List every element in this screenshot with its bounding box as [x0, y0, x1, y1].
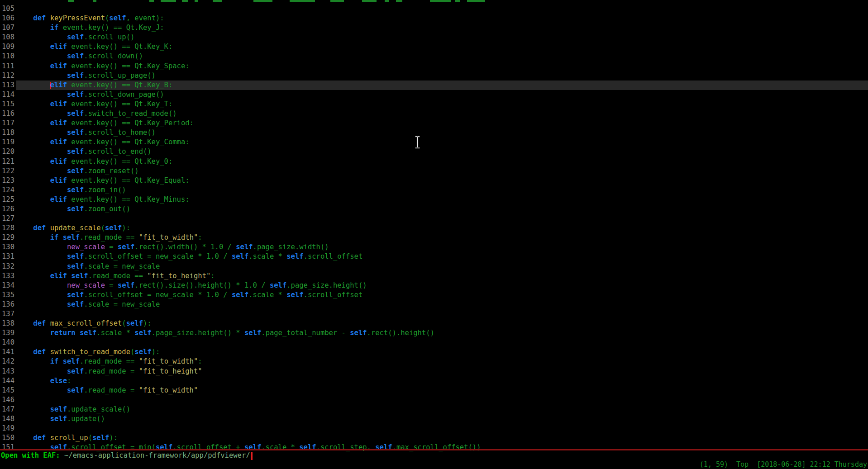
clipped-fragment: [93, 0, 96, 2]
line-number: 146: [0, 395, 16, 405]
code-token: [16, 43, 50, 51]
code-line[interactable]: 109 elif event.key() == Qt.Key_K:: [0, 42, 868, 52]
code-text: elif event.key() == Qt.Key_B:: [16, 81, 868, 90]
code-token: [16, 357, 50, 365]
code-line[interactable]: 121 elif event.key() == Qt.Key_0:: [0, 157, 868, 166]
code-text: def switch_to_read_mode(self):: [16, 347, 868, 357]
code-line[interactable]: 105: [0, 4, 868, 14]
code-line[interactable]: 122 self.zoom_reset(): [0, 166, 868, 176]
code-line[interactable]: 141 def switch_to_read_mode(self):: [0, 347, 868, 357]
code-line[interactable]: 127: [0, 214, 868, 223]
code-line[interactable]: 144 else:: [0, 376, 868, 386]
minibuffer-input[interactable]: ~/emacs-application-framework/app/pdfvie…: [64, 451, 250, 460]
code-text: self.read_mode = "fit_to_height": [16, 367, 868, 376]
code-line[interactable]: 130 new_scale = self.rect().width() * 1.…: [0, 242, 868, 252]
code-line[interactable]: 106 def keyPressEvent(self, event):: [0, 14, 868, 23]
code-line[interactable]: 138 def max_scroll_offset(self):: [0, 319, 868, 328]
code-token: self: [109, 14, 126, 22]
code-token: self: [67, 109, 84, 118]
code-line[interactable]: 140: [0, 338, 868, 347]
code-text: self.zoom_out(): [16, 204, 868, 214]
code-line[interactable]: 120 self.scroll_to_end(): [0, 147, 868, 156]
code-line[interactable]: 131 self.scroll_offset = new_scale * 1.0…: [0, 252, 868, 261]
code-token: event.key() == Qt.Key_Space:: [67, 62, 190, 70]
code-token: self: [118, 281, 134, 289]
clipped-fragment: [253, 0, 272, 2]
code-line[interactable]: 124 self.zoom_in(): [0, 185, 868, 195]
code-text: elif event.key() == Qt.Key_K:: [16, 42, 868, 52]
code-token: "fit_to_height": [139, 367, 202, 375]
code-token: self: [105, 224, 122, 232]
code-line[interactable]: 112 self.scroll_up_page(): [0, 71, 868, 81]
code-line[interactable]: 150 def scroll_up(self):: [0, 433, 868, 443]
code-token: scroll_up: [50, 434, 88, 442]
code-token: def: [33, 14, 46, 22]
code-token: self: [80, 329, 96, 337]
code-line[interactable]: 116 self.switch_to_read_mode(): [0, 109, 868, 118]
code-token: self: [67, 128, 84, 137]
code-line[interactable]: 149: [0, 424, 868, 433]
code-token: [16, 167, 67, 175]
code-line[interactable]: 136 self.scale = new_scale: [0, 300, 868, 309]
code-token: self: [67, 386, 84, 394]
code-line[interactable]: 142 if self.read_mode == "fit_to_width":: [0, 357, 868, 366]
line-number: 136: [0, 300, 16, 309]
code-line[interactable]: 128 def update_scale(self):: [0, 223, 868, 233]
code-line[interactable]: 111 elif event.key() == Qt.Key_Space:: [0, 62, 868, 71]
code-text: [16, 424, 868, 433]
code-token: (: [88, 434, 92, 442]
code-line[interactable]: 129 if self.read_mode == "fit_to_width":: [0, 233, 868, 242]
text-cursor: [251, 452, 253, 460]
code-line[interactable]: 125 elif event.key() == Qt.Key_Minus:: [0, 195, 868, 204]
code-line[interactable]: 117 elif event.key() == Qt.Key_Period:: [0, 118, 868, 128]
line-number: 137: [0, 309, 16, 319]
code-line[interactable]: 147 self.update_scale(): [0, 405, 868, 414]
code-line[interactable]: 137: [0, 309, 868, 319]
code-token: if: [50, 233, 59, 242]
code-line[interactable]: 134 new_scale = self.rect().size().heigh…: [0, 281, 868, 290]
code-editor[interactable]: 105106 def keyPressEvent(self, event):10…: [0, 4, 868, 452]
code-line[interactable]: 148 self.update(): [0, 414, 868, 424]
code-token: elif: [50, 81, 67, 89]
code-token: .update(): [67, 415, 105, 423]
code-text: new_scale = self.rect().size().height() …: [16, 281, 868, 290]
code-line[interactable]: 145 self.read_mode = "fit_to_width": [0, 386, 868, 395]
code-line[interactable]: 110 self.scroll_down(): [0, 52, 868, 61]
code-token: def: [33, 224, 46, 232]
mode-line-separator: [0, 449, 868, 450]
code-line[interactable]: 107 if event.key() == Qt.Key_J:: [0, 23, 868, 33]
code-line[interactable]: 113 elif event.key() == Qt.Key_B:: [0, 81, 868, 90]
code-line[interactable]: 132 self.scale = new_scale: [0, 262, 868, 271]
code-line[interactable]: 118 self.scroll_to_home(): [0, 128, 868, 137]
code-token: [16, 176, 50, 185]
line-number: 113: [0, 81, 16, 90]
line-number: 121: [0, 157, 16, 166]
code-line[interactable]: 143 self.read_mode = "fit_to_height": [0, 367, 868, 376]
code-line[interactable]: 146: [0, 395, 868, 405]
code-line[interactable]: 133 elif self.read_mode == "fit_to_heigh…: [0, 271, 868, 281]
clipped-fragment: [213, 0, 222, 2]
line-number: 149: [0, 424, 16, 433]
code-token: .scroll_offset = new_scale * 1.0 /: [84, 291, 232, 299]
code-token: self: [67, 291, 84, 299]
mouse-cursor-ibeam: [415, 135, 420, 149]
code-token: (: [130, 348, 134, 356]
code-line[interactable]: 115 elif event.key() == Qt.Key_T:: [0, 99, 868, 109]
code-token: switch_to_read_mode: [50, 348, 130, 356]
code-token: =: [105, 281, 118, 289]
code-line[interactable]: 114 self.scroll_down_page(): [0, 90, 868, 99]
code-line[interactable]: 123 elif event.key() == Qt.Key_Equal:: [0, 176, 868, 185]
code-line[interactable]: 126 self.zoom_out(): [0, 204, 868, 214]
code-token: [46, 224, 50, 232]
code-token: .scroll_offset: [304, 252, 363, 261]
code-token: self: [67, 205, 84, 213]
code-line[interactable]: 108 self.scroll_up(): [0, 33, 868, 42]
code-line[interactable]: 135 self.scroll_offset = new_scale * 1.0…: [0, 290, 868, 300]
code-text: self.scroll_down_page(): [16, 90, 868, 99]
code-token: [16, 71, 67, 80]
minibuffer[interactable]: Open with EAF: ~/emacs-application-frame…: [1, 451, 253, 460]
code-line[interactable]: 139 return self.scale * self.page_size.h…: [0, 328, 868, 338]
code-line[interactable]: 119 elif event.key() == Qt.Key_Comma:: [0, 137, 868, 147]
code-token: self: [67, 186, 84, 194]
code-token: [16, 33, 67, 41]
